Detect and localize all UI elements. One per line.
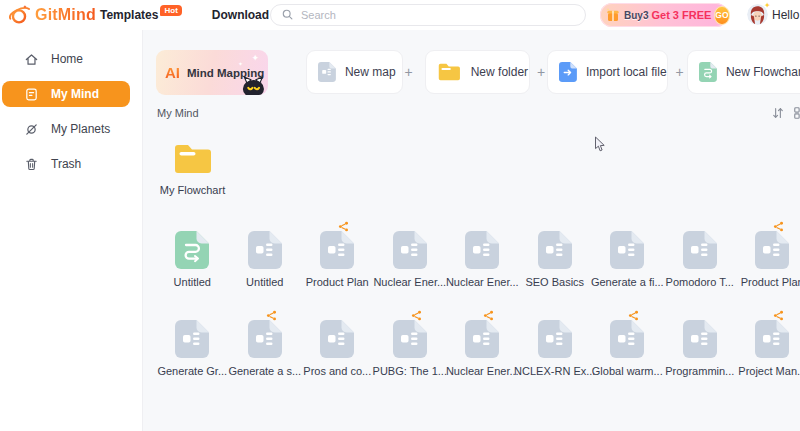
file-tile[interactable]: Pomodoro T... [664,231,737,288]
action-card-label: New Flowchart [726,65,800,79]
plus-icon[interactable]: + [676,64,684,80]
file-name: Nuclear Ener... [446,276,519,288]
mindmap-file-icon [248,320,282,358]
file-tile[interactable]: Generate a s... [229,320,302,377]
trash-icon [24,157,39,172]
action-card[interactable]: New Flowchart + [687,50,800,94]
sidebar-item[interactable]: My Planets [2,116,130,142]
sidebar-item-label: My Mind [51,87,99,101]
file-tile[interactable]: Untitled [229,231,302,288]
mindmap-file-icon [538,320,572,358]
header-nav: TemplatesHot Download App [100,0,295,30]
brand-name: GitMind [35,6,96,24]
gitmind-logo[interactable]: GitMind [8,3,96,27]
file-tile[interactable]: PUBG: The 1... [374,320,447,377]
file-name: Product Plan [306,276,369,288]
home-icon [24,52,39,67]
file-name: Nuclear Ener... [373,276,446,288]
file-name: Untitled [246,276,283,288]
mindmap-file-icon [683,320,717,358]
promo-buy-text: Buy3 [624,10,648,21]
file-name: NCLEX-RN Ex... [514,365,595,377]
mindmap-file-icon [755,231,789,269]
mindmap-file-icon [320,320,354,358]
plus-icon[interactable]: + [537,64,545,80]
mouse-cursor-icon [594,136,606,153]
sidebar-item-label: Trash [51,157,81,171]
grid-view-icon[interactable] [793,106,800,120]
file-tile[interactable]: Project Man... [736,320,800,377]
file-name: Untitled [174,276,211,288]
action-card[interactable]: Import local file + [547,50,668,94]
file-tile[interactable]: NCLEX-RN Ex... [519,320,592,377]
sort-icon[interactable] [771,106,785,120]
folder-icon [437,62,462,82]
nav-item-label: Templates [100,8,158,22]
plus-icon[interactable]: + [405,64,413,80]
map-file-icon [318,62,336,82]
section-title: My Mind [157,107,199,119]
promo-offer-text: Get 3 FREE [651,9,711,21]
sidebar-item[interactable]: Home [2,46,130,72]
share-icon [338,221,349,232]
action-card[interactable]: New folder + [425,50,530,94]
mindmap-file-icon [610,231,644,269]
promo-banner[interactable]: Buy3 Get 3 FREE GO [600,3,728,27]
planet-icon [24,122,39,137]
file-tile[interactable]: Generate a fi... [591,231,664,288]
mindmap-file-icon [610,320,644,358]
avatar-spark-icon: ✦ [764,1,771,10]
file-name: Product Plan [741,276,800,288]
file-name: Project Man... [738,365,800,377]
share-icon [266,310,277,321]
folder-name: My Flowchart [160,184,225,196]
mindmap-file-icon [755,320,789,358]
file-name: SEO Basics [525,276,584,288]
flowchart-file-icon [175,231,209,269]
folder-list: My Flowchart [156,142,229,196]
folder-tile[interactable]: My Flowchart [156,142,229,196]
file-name: Pros and co... [303,365,371,377]
file-tile[interactable]: Untitled [156,231,229,288]
mindmap-file-icon [393,231,427,269]
file-tile[interactable]: Programmin... [664,320,737,377]
action-card-label: Import local file [586,65,667,79]
mindmap-file-icon [320,231,354,269]
hot-badge: Hot [160,5,181,16]
file-tile[interactable]: Generate Gr... [156,320,229,377]
mindmap-file-icon [465,231,499,269]
file-tile[interactable]: SEO Basics [519,231,592,288]
file-name: Generate a s... [228,365,301,377]
search-box [270,4,586,26]
mindmap-file-icon [465,320,499,358]
sidebar-item[interactable]: My Mind [2,81,130,107]
gift-icon [605,7,621,23]
file-tile[interactable]: Global warm... [591,320,664,377]
action-card-label: New map [345,65,396,79]
file-tile[interactable]: Nuclear Ener... [374,231,447,288]
file-tile[interactable]: Product Plan [301,231,374,288]
file-tile[interactable]: Nuclear Ener... [446,320,519,377]
file-tile[interactable]: Product Plan [736,231,800,288]
import-file-icon [559,62,577,82]
file-name: Global warm... [592,365,663,377]
promo-go-button[interactable]: GO [714,6,729,25]
action-card[interactable]: New map + [306,50,403,94]
file-name: PUBG: The 1... [373,365,447,377]
folder-icon [172,142,214,176]
mindmap-file-icon [538,231,572,269]
mindmap-file-icon [248,231,282,269]
mindmap-file-icon [393,320,427,358]
file-name: Nuclear Ener... [446,365,519,377]
file-tile[interactable]: Nuclear Ener... [446,231,519,288]
sidebar-item[interactable]: Trash [2,151,130,177]
file-name: Generate a fi... [591,276,664,288]
file-grid: Untitled Untitled Product Plan Nuclear E… [156,231,800,377]
share-icon [483,310,494,321]
share-icon [628,310,639,321]
nav-item[interactable]: TemplatesHot [100,8,182,22]
search-input[interactable] [270,4,586,26]
mind-doc-icon [24,87,39,102]
file-tile[interactable]: Pros and co... [301,320,374,377]
action-card-label: New folder [471,65,528,79]
